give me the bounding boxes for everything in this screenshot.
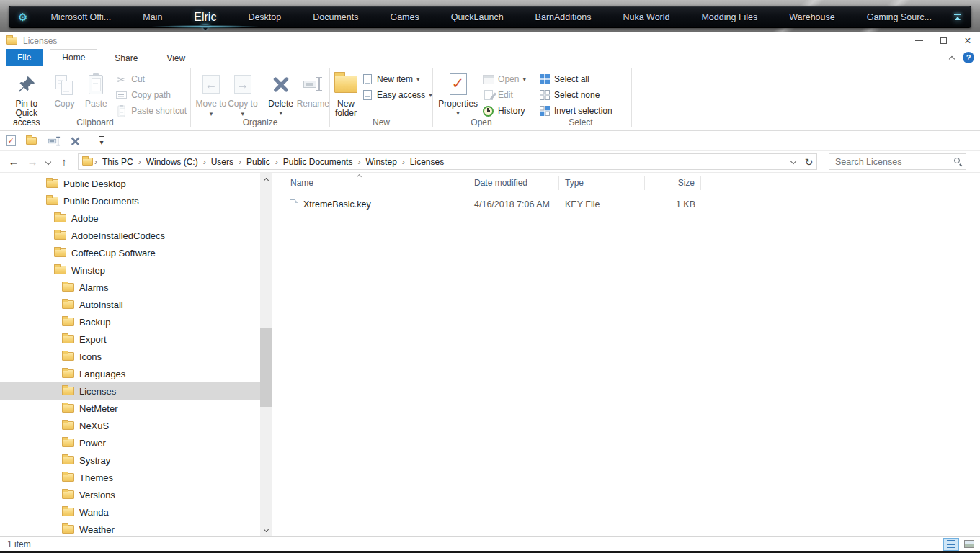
breadcrumb-item-public[interactable]: Public xyxy=(243,155,274,169)
column-header-name[interactable]: Name xyxy=(272,176,468,190)
tree-item-autoinstall[interactable]: AutoInstall xyxy=(0,296,261,313)
breadcrumb-item-winstep[interactable]: Winstep xyxy=(362,155,400,169)
tab-share[interactable]: Share xyxy=(103,50,149,66)
tree-item-weather[interactable]: Weather xyxy=(0,521,261,536)
file-list-body: XtremeBasic.key4/16/2018 7:06 AMKEY File… xyxy=(272,196,980,213)
recent-locations-button[interactable] xyxy=(42,156,55,168)
dock-item-modding-files[interactable]: Modding Files xyxy=(695,6,763,27)
column-header-type[interactable]: Type xyxy=(559,176,645,190)
tree-item-winstep[interactable]: Winstep xyxy=(0,261,261,279)
breadcrumb-item-licenses[interactable]: Licenses xyxy=(406,155,447,169)
breadcrumb-item-this-pc[interactable]: This PC xyxy=(99,155,137,169)
dock-collapse-button[interactable] xyxy=(953,14,962,21)
tree-item-themes[interactable]: Themes xyxy=(0,469,261,486)
tree-item-icons[interactable]: Icons xyxy=(0,348,261,365)
select-all-button[interactable]: Select all xyxy=(535,71,616,87)
minimize-ribbon-icon[interactable] xyxy=(949,55,955,61)
cut-button[interactable]: ✂ Cut xyxy=(112,71,190,87)
thumbnails-view-button[interactable] xyxy=(961,538,977,551)
dock-item-elric[interactable]: Elric xyxy=(188,6,222,27)
properties-button[interactable]: ✓ Properties ▾ xyxy=(437,69,478,117)
tree-item-label: Winstep xyxy=(71,265,105,276)
copy-icon xyxy=(55,71,73,97)
qat-properties-button[interactable]: ✓ xyxy=(4,134,17,148)
delete-button[interactable]: Delete ▾ xyxy=(265,69,297,117)
scroll-down-button[interactable] xyxy=(260,524,272,536)
new-item-button[interactable]: New item ▾ xyxy=(357,71,436,87)
up-button[interactable]: ↑ xyxy=(55,156,74,168)
move-to-button[interactable]: ← Move to ▾ xyxy=(195,69,227,119)
tree-item-systray[interactable]: Systray xyxy=(0,451,261,469)
breadcrumb-item-users[interactable]: Users xyxy=(208,155,237,169)
tree-item-export[interactable]: Export xyxy=(0,331,261,348)
copy-to-button[interactable]: → Copy to ▾ xyxy=(227,69,259,119)
invert-selection-button[interactable]: Invert selection xyxy=(535,103,616,119)
dock-item-main[interactable]: Main xyxy=(137,6,168,27)
gear-icon[interactable]: ⚙ xyxy=(18,12,27,22)
qat-rename-button[interactable] xyxy=(45,134,63,148)
scrollbar-thumb[interactable] xyxy=(260,328,272,407)
history-button[interactable]: History xyxy=(478,103,530,119)
tree-item-wanda[interactable]: Wanda xyxy=(0,503,261,521)
restore-button[interactable] xyxy=(931,32,956,49)
dock-item-games[interactable]: Games xyxy=(384,6,424,27)
column-header-size[interactable]: Size xyxy=(645,176,701,190)
paste-shortcut-button[interactable]: Paste shortcut xyxy=(112,103,190,119)
address-dropdown-button[interactable] xyxy=(786,154,801,169)
dock-item-documents[interactable]: Documents xyxy=(307,6,364,27)
search-input[interactable] xyxy=(829,157,968,167)
close-button[interactable]: × xyxy=(956,32,980,49)
copy-button[interactable]: Copy xyxy=(48,69,80,109)
dock-item-warehouse[interactable]: Warehouse xyxy=(783,6,840,27)
dock-item-microsoft-offi[interactable]: Microsoft Offi... xyxy=(45,6,117,27)
qat-delete-button[interactable] xyxy=(71,134,88,148)
back-button[interactable]: ← xyxy=(4,156,23,168)
help-icon[interactable]: ? xyxy=(963,52,974,63)
edit-button[interactable]: Edit xyxy=(478,87,530,103)
tree-item-adobeinstalledcodecs[interactable]: AdobeInstalledCodecs xyxy=(0,227,261,244)
tab-home[interactable]: Home xyxy=(50,49,97,66)
history-label: History xyxy=(498,106,525,116)
forward-button[interactable]: → xyxy=(23,156,42,168)
tree-item-nexus[interactable]: NeXuS xyxy=(0,417,261,434)
tree-item-backup[interactable]: Backup xyxy=(0,313,261,331)
file-row[interactable]: XtremeBasic.key4/16/2018 7:06 AMKEY File… xyxy=(272,196,980,213)
tab-file[interactable]: File xyxy=(6,49,43,66)
new-folder-button[interactable]: New folder xyxy=(334,69,357,118)
tree-scrollbar[interactable] xyxy=(260,173,272,536)
breadcrumb-item-public-documents[interactable]: Public Documents xyxy=(280,155,357,169)
rename-button[interactable]: Rename xyxy=(297,69,329,109)
dock-item-nuka-world[interactable]: Nuka World xyxy=(617,6,675,27)
scroll-up-button[interactable] xyxy=(260,173,272,185)
dock-item-quicklaunch[interactable]: QuickLaunch xyxy=(445,6,509,27)
tree-item-label: Public Desktop xyxy=(63,179,126,189)
tree-item-versions[interactable]: Versions xyxy=(0,486,261,503)
qat-new-folder-button[interactable] xyxy=(24,134,37,148)
dock-item-gaming-sourc[interactable]: Gaming Sourc... xyxy=(861,6,937,27)
paste-button[interactable]: Paste xyxy=(80,69,112,109)
tree-item-power[interactable]: Power xyxy=(0,434,261,451)
tree-item-public-documents[interactable]: Public Documents xyxy=(0,192,261,210)
address-box[interactable]: ›This PC›Windows (C:)›Users›Public›Publi… xyxy=(78,153,817,170)
easy-access-button[interactable]: Easy access ▾ xyxy=(357,87,436,103)
tree-item-adobe[interactable]: Adobe xyxy=(0,210,261,227)
breadcrumb-item-windows-c[interactable]: Windows (C:) xyxy=(143,155,202,169)
dock-item-barnadditions[interactable]: BarnAdditions xyxy=(530,6,597,27)
tree-item-languages[interactable]: Languages xyxy=(0,365,261,382)
tree-item-coffeecup-software[interactable]: CoffeeCup Software xyxy=(0,244,261,261)
dock-item-desktop[interactable]: Desktop xyxy=(242,6,287,27)
tree-item-netmeter[interactable]: NetMeter xyxy=(0,400,261,417)
tree-item-public-desktop[interactable]: Public Desktop xyxy=(0,175,261,192)
details-view-button[interactable] xyxy=(943,538,959,551)
open-button[interactable]: Open ▾ xyxy=(478,71,530,87)
dock-item-label: Elric xyxy=(194,11,216,24)
tree-item-licenses[interactable]: Licenses xyxy=(0,382,261,400)
tree-item-alarms[interactable]: Alarms xyxy=(0,279,261,296)
refresh-button[interactable]: ↻ xyxy=(801,154,816,169)
minimize-button[interactable] xyxy=(906,32,931,49)
column-header-date-modified[interactable]: Date modified xyxy=(468,176,559,190)
select-none-button[interactable]: Select none xyxy=(535,87,616,103)
qat-customize-button[interactable]: ▾ xyxy=(95,134,108,148)
search-icon[interactable] xyxy=(954,158,960,163)
tab-view[interactable]: View xyxy=(155,50,197,66)
